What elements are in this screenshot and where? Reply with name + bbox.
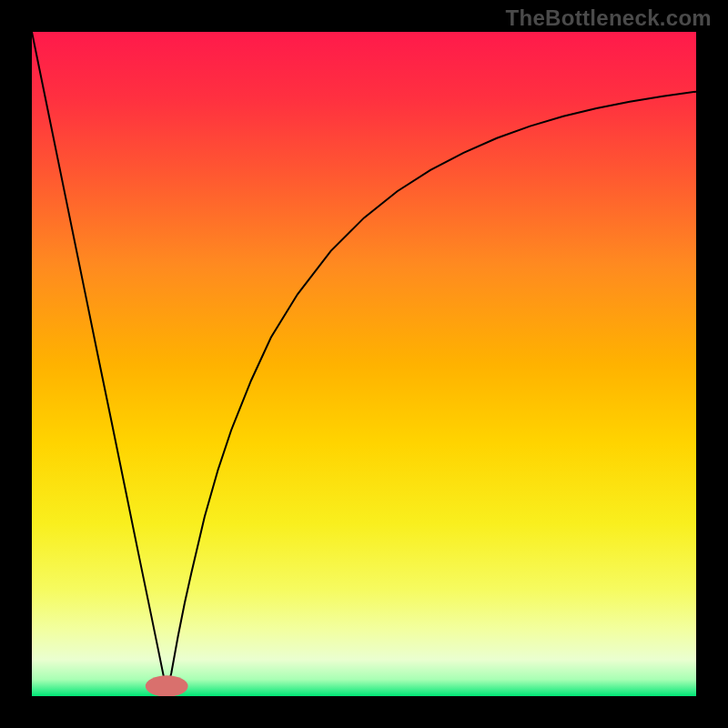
gradient-background bbox=[32, 32, 696, 696]
chart-svg bbox=[32, 32, 696, 696]
chart-frame: TheBottleneck.com bbox=[0, 0, 728, 728]
plot-area bbox=[32, 32, 696, 696]
watermark-text: TheBottleneck.com bbox=[506, 5, 712, 31]
optimal-point-marker bbox=[146, 675, 188, 696]
